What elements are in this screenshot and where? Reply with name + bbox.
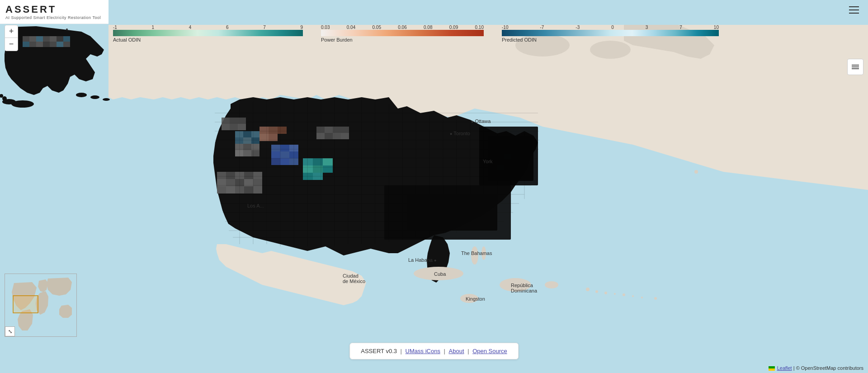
city-label-dominicana: RepúblicaDominicana [511,283,537,293]
svg-point-125 [2,96,7,101]
power-burden-legend: 0.03 0.04 0.05 0.06 0.08 0.09 0.10 Power… [321,25,484,42]
mini-map-collapse-button[interactable]: ⤡ [5,326,15,336]
svg-rect-33 [271,151,280,158]
svg-rect-145 [222,118,230,124]
svg-point-68 [654,297,657,300]
separator-2: | [444,348,447,354]
tick-actual-1: -1 [113,25,117,30]
svg-rect-35 [271,158,280,165]
svg-rect-154 [479,127,538,185]
leaflet-link[interactable]: Leaflet [777,365,792,371]
svg-rect-54 [253,186,262,194]
svg-rect-25 [303,165,313,173]
svg-rect-26 [313,165,323,173]
zoom-in-button[interactable]: + [5,25,18,38]
svg-point-128 [90,95,99,99]
svg-rect-159 [852,65,859,66]
svg-rect-20 [278,127,287,134]
svg-rect-29 [323,158,333,165]
svg-rect-137 [316,127,325,133]
svg-rect-112 [23,42,29,47]
svg-rect-113 [29,42,36,47]
svg-rect-114 [36,42,43,47]
about-link[interactable]: About [449,348,464,354]
svg-rect-149 [238,118,246,124]
svg-point-130 [66,28,68,30]
svg-rect-40 [217,172,226,179]
tick-power-5: 0.08 [424,25,432,30]
open-source-link[interactable]: Open Source [472,348,507,354]
tick-pred-5: 3 [646,25,648,30]
city-label-lahabana: La Habana ● [408,257,436,263]
svg-rect-9 [243,137,251,144]
svg-rect-22 [269,134,278,141]
svg-rect-50 [253,172,262,179]
svg-rect-32 [280,145,289,151]
subtitle: AI Supported Smart Electricity Restorati… [5,15,103,20]
svg-point-71 [590,41,631,59]
openstreetmap-attribution: © OpenStreetMap contributors [796,365,863,371]
svg-rect-36 [280,158,289,165]
city-label-toronto: ● Toronto [450,131,470,136]
svg-rect-15 [235,150,243,156]
svg-rect-11 [251,137,259,144]
svg-rect-41 [226,172,235,179]
svg-rect-7 [243,131,251,137]
separator-1: | [401,348,404,354]
svg-point-129 [103,98,110,101]
mini-map[interactable]: ⤡ [5,274,77,337]
tick-actual-4: 6 [226,25,229,30]
svg-rect-24 [313,158,323,165]
svg-rect-121 [63,36,70,42]
tick-actual-3: 4 [189,25,192,30]
svg-rect-119 [57,36,63,42]
leaflet-flag-icon [769,366,775,371]
map-container[interactable]: ⤡ ● Ottawa ● Toronto York Los A... La Ha… [0,0,868,373]
tick-pred-1: -10 [502,25,508,30]
svg-rect-10 [251,131,259,137]
svg-rect-52 [253,179,262,186]
city-label-cuba: Cuba [434,271,446,277]
svg-rect-147 [222,124,230,130]
predicted-odin-legend: -10 -7 -3 0 3 7 10 Predicted ODIN [502,25,719,42]
footer-bar: ASSERT v0.3 | UMass iCons | About | Open… [349,343,519,359]
svg-rect-117 [50,36,57,42]
tick-pred-3: -3 [576,25,580,30]
tick-power-4: 0.06 [398,25,406,30]
svg-point-69 [694,170,698,174]
layers-button[interactable] [847,59,863,75]
svg-point-58 [545,281,558,288]
svg-point-127 [76,93,87,97]
svg-rect-51 [244,179,253,186]
svg-rect-6 [235,131,243,137]
svg-rect-116 [43,42,50,47]
svg-rect-47 [226,186,235,194]
svg-rect-30 [323,165,333,173]
tick-power-1: 0.03 [321,25,330,30]
svg-rect-141 [325,133,333,139]
svg-rect-143 [341,127,349,133]
svg-rect-144 [341,133,349,139]
actual-odin-legend: -1 1 4 6 7 9 Actual ODIN [113,25,303,42]
city-label-losa: Los A... [247,203,264,208]
city-label-ottawa: ● Ottawa [471,118,491,124]
svg-rect-49 [244,172,253,179]
hamburger-menu-button[interactable] [849,6,859,14]
svg-point-62 [595,290,598,293]
tick-power-6: 0.09 [449,25,458,30]
svg-rect-53 [244,186,253,194]
tick-power-3: 0.05 [373,25,381,30]
zoom-out-button[interactable]: − [5,38,18,51]
svg-rect-158 [852,66,859,67]
svg-rect-152 [384,185,511,240]
svg-rect-140 [316,133,325,139]
svg-rect-146 [230,118,238,124]
umass-icons-link[interactable]: UMass iCons [406,348,440,354]
tick-pred-2: -7 [540,25,544,30]
tick-power-2: 0.04 [347,25,355,30]
svg-rect-142 [333,133,341,139]
svg-point-66 [632,295,634,297]
version-text: ASSERT v0.3 [361,348,397,354]
zoom-controls: + − [5,25,18,51]
legends-container: -1 1 4 6 7 9 Actual ODIN 0.03 0.04 0.05 … [113,25,841,42]
